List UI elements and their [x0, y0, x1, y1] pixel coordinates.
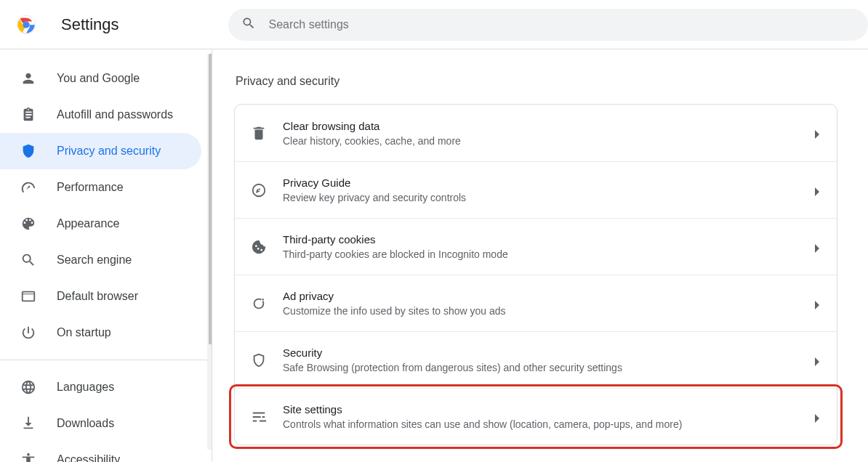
search-bar[interactable] [228, 9, 869, 41]
chevron-right-icon [813, 413, 821, 421]
header: Settings [0, 0, 868, 49]
download-icon [20, 416, 36, 431]
trash-icon [251, 125, 267, 141]
sidebar-item-label: Default browser [57, 290, 138, 303]
chevron-right-icon [813, 187, 821, 194]
sidebar: You and Google Autofill and passwords Pr… [0, 49, 212, 462]
chevron-right-icon [813, 357, 821, 364]
row-sub: Safe Browsing (protection from dangerous… [283, 362, 806, 373]
sidebar-item-label: Search engine [57, 254, 132, 267]
content: Privacy and security Clear browsing data… [212, 49, 868, 462]
sidebar-item-performance[interactable]: Performance [0, 169, 201, 206]
row-sub: Third-party cookies are blocked in Incog… [283, 248, 806, 260]
chrome-logo-icon [16, 15, 36, 35]
chevron-right-icon [813, 129, 821, 137]
browser-icon [20, 288, 36, 304]
globe-icon [20, 379, 36, 395]
sidebar-item-label: Autofill and passwords [57, 108, 173, 121]
page-title: Settings [61, 15, 119, 34]
sidebar-item-label: Performance [57, 181, 124, 194]
row-title: Third-party cookies [283, 233, 806, 246]
row-title: Clear browsing data [283, 120, 806, 132]
sidebar-item-autofill[interactable]: Autofill and passwords [0, 97, 201, 133]
sidebar-item-search-engine[interactable]: Search engine [0, 242, 201, 278]
sidebar-item-label: Accessibility [57, 453, 120, 462]
row-sub: Customize the info used by sites to show… [283, 305, 806, 317]
sidebar-item-languages[interactable]: Languages [0, 369, 201, 405]
sidebar-item-on-startup[interactable]: On startup [0, 315, 201, 351]
row-privacy-guide[interactable]: Privacy Guide Review key privacy and sec… [235, 161, 837, 218]
shield-icon [20, 143, 36, 159]
power-icon [20, 325, 36, 341]
sidebar-item-accessibility[interactable]: Accessibility [0, 442, 201, 462]
chevron-right-icon [813, 300, 821, 307]
row-sub: Review key privacy and security controls [283, 192, 806, 203]
sidebar-item-privacy-security[interactable]: Privacy and security [0, 133, 201, 169]
sidebar-item-appearance[interactable]: Appearance [0, 206, 201, 242]
row-title: Site settings [283, 403, 806, 416]
speedometer-icon [20, 179, 36, 195]
sidebar-item-label: You and Google [57, 72, 140, 85]
cookie-icon [251, 239, 267, 255]
search-icon [20, 252, 36, 268]
assignment-icon [20, 107, 36, 123]
row-site-settings[interactable]: Site settings Controls what information … [235, 388, 837, 445]
scrollbar-thumb[interactable] [209, 54, 212, 344]
palette-icon [20, 216, 36, 232]
sidebar-item-default-browser[interactable]: Default browser [0, 278, 201, 315]
accessibility-icon [20, 452, 36, 462]
sidebar-item-label: Privacy and security [57, 145, 161, 158]
sidebar-item-label: Languages [57, 381, 114, 394]
tune-icon [251, 409, 267, 425]
person-icon [20, 70, 36, 86]
sidebar-divider [0, 360, 212, 360]
row-title: Security [283, 346, 806, 359]
sidebar-item-label: Appearance [57, 217, 119, 230]
compass-icon [251, 182, 267, 198]
row-sub: Clear history, cookies, cache, and more [283, 135, 806, 147]
sidebar-item-label: On startup [57, 326, 111, 339]
row-third-party-cookies[interactable]: Third-party cookies Third-party cookies … [235, 218, 837, 275]
settings-list: Clear browsing data Clear history, cooki… [234, 104, 837, 445]
row-ad-privacy[interactable]: Ad privacy Customize the info used by si… [235, 275, 837, 331]
shield-outline-icon [251, 352, 267, 368]
row-security[interactable]: Security Safe Browsing (protection from … [235, 331, 837, 388]
search-input[interactable] [269, 18, 856, 31]
row-title: Ad privacy [283, 290, 806, 302]
scrollbar[interactable] [207, 54, 212, 450]
search-icon [241, 16, 269, 33]
sidebar-item-you-and-google[interactable]: You and Google [0, 60, 201, 97]
sidebar-item-label: Downloads [57, 417, 114, 430]
row-sub: Controls what information sites can use … [283, 418, 806, 430]
row-clear-browsing-data[interactable]: Clear browsing data Clear history, cooki… [235, 105, 837, 161]
ads-icon [251, 296, 267, 312]
chevron-right-icon [813, 243, 821, 251]
row-title: Privacy Guide [283, 177, 806, 189]
section-title: Privacy and security [236, 75, 868, 88]
sidebar-item-downloads[interactable]: Downloads [0, 405, 201, 442]
